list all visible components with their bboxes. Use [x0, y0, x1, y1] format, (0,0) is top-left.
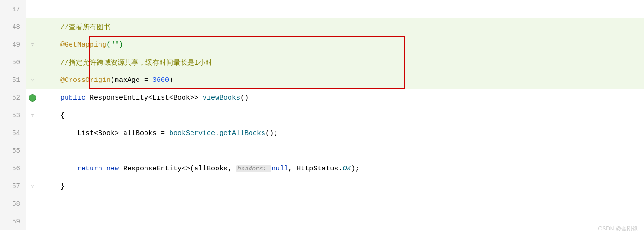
code-segment: @GetMapping: [60, 41, 106, 49]
code-segment: bookService.getAllBooks: [169, 129, 265, 137]
line-number-48: 48: [0, 18, 26, 36]
line-content-58: [39, 195, 644, 213]
code-line-55: 55: [0, 142, 644, 160]
code-line-54: 54 List<Book> allBooks = bookService.get…: [0, 124, 644, 142]
code-line-59: 59: [0, 213, 644, 230]
code-segment: (): [240, 94, 249, 102]
code-segment: (maxAge =: [111, 76, 152, 84]
code-line-47: 47: [0, 0, 644, 18]
fold-arrow-icon[interactable]: ▽: [31, 77, 34, 83]
code-line-50: 50 //指定允许跨域资源共享，缓存时间最长是1小时: [0, 54, 644, 71]
watermark: CSDN @金刚饿: [598, 225, 638, 233]
line-number-56: 56: [0, 160, 26, 177]
gutter-53: ▽: [26, 107, 39, 124]
code-segment: return: [77, 165, 102, 173]
line-number-55: 55: [0, 142, 26, 160]
line-content-54: List<Book> allBooks = bookService.getAll…: [39, 124, 644, 142]
fold-arrow-icon[interactable]: ▽: [31, 183, 34, 189]
line-number-49: 49: [0, 36, 26, 54]
gutter-54: [26, 124, 39, 142]
code-segment: @CrossOrigin: [60, 76, 111, 84]
line-content-53: {: [39, 107, 644, 124]
gutter-47: [26, 0, 39, 18]
code-segment: List<Book> allBooks =: [44, 129, 169, 137]
line-content-51: @CrossOrigin(maxAge = 3600): [39, 71, 644, 89]
line-content-49: @GetMapping(""): [39, 36, 644, 54]
code-segment: {: [44, 112, 65, 120]
code-line-52: 52 public ResponseEntity<List<Book>> vie…: [0, 89, 644, 107]
code-segment: OK: [342, 165, 351, 173]
line-number-52: 52: [0, 89, 26, 107]
code-segment: (""): [106, 41, 123, 49]
line-number-58: 58: [0, 195, 26, 213]
code-line-57: 57▽ }: [0, 177, 644, 195]
code-segment: [44, 76, 60, 84]
line-content-48: //查看所有图书: [39, 18, 644, 36]
code-segment: }: [44, 183, 65, 190]
run-icon: [29, 94, 36, 102]
code-segment: //查看所有图书: [44, 23, 111, 32]
gutter-57: ▽: [26, 177, 39, 195]
line-number-51: 51: [0, 71, 26, 89]
line-number-54: 54: [0, 124, 26, 142]
code-line-48: 48 //查看所有图书: [0, 18, 644, 36]
code-segment: ): [169, 76, 173, 84]
line-number-57: 57: [0, 177, 26, 195]
line-content-55: [39, 142, 644, 160]
code-segment: headers:: [236, 165, 271, 172]
line-content-59: [39, 213, 644, 230]
code-segment: ResponseEntity<List<Book>>: [85, 94, 203, 102]
code-line-49: 49▽ @GetMapping(""): [0, 36, 644, 54]
editor-container: 4748 //查看所有图书49▽ @GetMapping("")50 //指定允…: [0, 0, 644, 237]
gutter-59: [26, 213, 39, 230]
line-content-57: }: [39, 177, 644, 195]
code-segment: new: [106, 165, 119, 173]
line-number-47: 47: [0, 0, 26, 18]
code-line-58: 58: [0, 195, 644, 213]
line-number-50: 50: [0, 54, 26, 71]
code-line-51: 51▽ @CrossOrigin(maxAge = 3600): [0, 71, 644, 89]
line-content-56: return new ResponseEntity<>(allBooks, he…: [39, 160, 644, 177]
gutter-51: ▽: [26, 71, 39, 89]
code-segment: //指定允许跨域资源共享，缓存时间最长是1小时: [44, 58, 212, 67]
line-content-50: //指定允许跨域资源共享，缓存时间最长是1小时: [39, 54, 644, 71]
code-segment: );: [351, 165, 359, 173]
code-line-53: 53▽ {: [0, 107, 644, 124]
code-segment: [44, 94, 60, 102]
code-segment: ();: [265, 129, 278, 137]
code-line-56: 56 return new ResponseEntity<>(allBooks,…: [0, 160, 644, 177]
gutter-48: [26, 18, 39, 36]
gutter-50: [26, 54, 39, 71]
code-segment: viewBooks: [203, 94, 240, 102]
gutter-55: [26, 142, 39, 160]
line-content-52: public ResponseEntity<List<Book>> viewBo…: [39, 89, 644, 107]
line-number-53: 53: [0, 107, 26, 124]
code-segment: ResponseEntity<>(allBooks,: [119, 165, 236, 173]
gutter-49: ▽: [26, 36, 39, 54]
code-segment: [44, 41, 60, 49]
line-number-59: 59: [0, 213, 26, 230]
gutter-52: [26, 89, 39, 107]
fold-arrow-icon[interactable]: ▽: [31, 42, 34, 47]
gutter-58: [26, 195, 39, 213]
code-area: 4748 //查看所有图书49▽ @GetMapping("")50 //指定允…: [0, 0, 644, 237]
code-segment: public: [60, 94, 85, 102]
code-segment: [102, 165, 106, 173]
code-segment: [44, 165, 77, 173]
code-segment: 3600: [152, 76, 169, 84]
fold-arrow-icon[interactable]: ▽: [31, 113, 34, 118]
code-segment: , HttpStatus.: [288, 165, 342, 173]
line-content-47: [39, 0, 644, 18]
code-segment: null: [271, 165, 288, 173]
gutter-56: [26, 160, 39, 177]
